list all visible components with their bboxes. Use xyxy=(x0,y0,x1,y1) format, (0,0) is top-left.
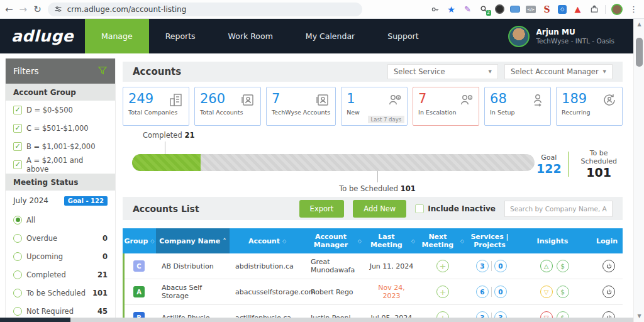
status-option-all[interactable]: All xyxy=(6,211,115,229)
menu-item-reports[interactable]: Reports xyxy=(149,19,212,53)
status-option-to-be-scheduled[interactable]: To be Scheduled 101 xyxy=(6,284,115,302)
extension-badge: 2 xyxy=(486,10,491,16)
menu-item-work-room[interactable]: Work Room xyxy=(212,19,289,53)
column-login[interactable]: Login xyxy=(591,228,623,253)
radio-icon[interactable] xyxy=(13,307,22,316)
site-settings-icon[interactable] xyxy=(54,5,62,13)
stat-total-companies[interactable]: 249 Total Companies xyxy=(123,87,189,126)
goal-badge: Goal - 122 xyxy=(64,196,108,206)
status-option-overdue[interactable]: Overdue 0 xyxy=(6,229,115,247)
stat-total-accounts[interactable]: 260 Total Accounts xyxy=(194,87,261,126)
status-option-upcoming[interactable]: Upcoming 0 xyxy=(6,247,115,265)
filter-funnel-icon[interactable] xyxy=(97,65,108,77)
menu-item-my-calendar[interactable]: My Calendar xyxy=(289,19,371,53)
column-services-projects[interactable]: Services | Projects xyxy=(465,228,514,253)
triangle-extension-icon[interactable]: ▲ xyxy=(572,4,583,14)
checkbox-checked-icon[interactable]: ✓ xyxy=(13,142,22,151)
address-bar[interactable]: crm.adluge.com/account-listing xyxy=(48,3,362,16)
radio-icon[interactable] xyxy=(13,270,22,279)
progress-fill xyxy=(132,154,201,171)
vertical-scrollbar[interactable]: ▲ ▼ xyxy=(633,19,644,322)
trend-down-icon[interactable]: ▽ xyxy=(540,286,553,298)
user-name: Arjun MU xyxy=(536,28,614,37)
filter-group-d[interactable]: ✓ D = $0-$500 xyxy=(6,101,115,119)
export-button[interactable]: Export xyxy=(299,200,345,218)
status-option-completed[interactable]: Completed 21 xyxy=(6,265,115,284)
user-org: TechWyse - INTL - Oasis xyxy=(536,37,614,45)
adluge-logo[interactable]: adluge xyxy=(0,19,85,53)
add-meeting-icon[interactable]: + xyxy=(436,260,449,272)
horizontal-scrollbar[interactable] xyxy=(0,318,633,322)
s-extension-icon[interactable]: S xyxy=(541,4,552,14)
browser-profile-avatar[interactable] xyxy=(611,4,623,15)
forward-icon[interactable]: → xyxy=(19,4,28,15)
back-icon[interactable]: ← xyxy=(5,4,13,15)
column-company-name[interactable]: Company Name˄ xyxy=(156,228,230,253)
stat-new[interactable]: 1 New Last 7 days xyxy=(341,87,408,126)
add-meeting-icon[interactable]: + xyxy=(436,286,449,298)
wheel-extension-icon[interactable] xyxy=(495,4,504,14)
extensions-puzzle-icon[interactable] xyxy=(589,4,599,14)
browser-extensions: ★ ✎ 2 </> S ◇ ▲ ⋮ xyxy=(430,4,639,15)
scroll-up-icon[interactable]: ▲ xyxy=(634,20,644,29)
column-account-manager[interactable]: Account Manager◇ xyxy=(305,228,363,253)
menu-item-support[interactable]: Support xyxy=(371,19,435,53)
column-group[interactable]: Group◇ xyxy=(123,228,156,253)
include-inactive-toggle[interactable]: ✓ Include Inactive xyxy=(415,204,496,213)
column-insights[interactable]: Insights xyxy=(514,228,591,253)
code-extension-icon[interactable]: </> xyxy=(526,6,536,13)
services-count[interactable]: 6 xyxy=(476,286,489,298)
account-cell: abacusselfstorage.com xyxy=(231,279,307,304)
scroll-down-icon[interactable]: ▼ xyxy=(634,312,644,321)
checkbox-unchecked-icon[interactable]: ✓ xyxy=(415,204,424,213)
radio-icon[interactable] xyxy=(13,252,22,261)
reload-icon[interactable]: ↻ xyxy=(33,4,42,15)
battery-extension-icon[interactable] xyxy=(510,6,520,13)
vertical-scroll-thumb[interactable] xyxy=(636,38,643,67)
stat-techwyse-accounts[interactable]: 7 TechWyse Accounts xyxy=(266,87,336,126)
radio-selected-icon[interactable] xyxy=(13,216,22,225)
account-card-icon xyxy=(315,92,330,110)
month-row: July 2024 Goal - 122 xyxy=(6,191,115,211)
search-extension-icon[interactable]: 2 xyxy=(479,4,489,14)
filter-group-b[interactable]: ✓ B = $1,001-$2,000 xyxy=(6,137,115,155)
quill-extension-icon[interactable]: ✎ xyxy=(462,4,473,14)
accounts-list-title: Accounts List xyxy=(133,204,199,214)
trend-up-icon[interactable]: △ xyxy=(540,260,553,272)
filter-group-c[interactable]: ✓ C = $501-$1,000 xyxy=(6,119,115,137)
projects-count[interactable]: 0 xyxy=(494,286,507,298)
revenue-icon[interactable]: $ xyxy=(557,260,569,272)
sort-asc-icon: ˄ xyxy=(223,237,226,245)
password-key-icon[interactable] xyxy=(430,4,440,14)
login-power-icon[interactable] xyxy=(602,260,615,272)
add-new-button[interactable]: Add New xyxy=(353,200,406,218)
to-be-scheduled-label: To be Scheduled 101 xyxy=(324,184,431,193)
checkbox-checked-icon[interactable]: ✓ xyxy=(13,106,22,114)
user-menu[interactable]: Arjun MU TechWyse - INTL - Oasis xyxy=(508,19,633,53)
stat-in-escalation[interactable]: 7 In Escalation xyxy=(413,87,479,126)
column-account[interactable]: Account◇ xyxy=(230,228,305,253)
month-label: July 2024 xyxy=(13,196,48,205)
user-avatar[interactable] xyxy=(508,26,530,47)
checkbox-checked-icon[interactable]: ✓ xyxy=(13,124,22,133)
account-manager-select[interactable]: Select Account Manager▼ xyxy=(504,64,613,79)
login-power-icon[interactable] xyxy=(602,286,615,298)
bookmark-star-icon[interactable]: ★ xyxy=(446,4,457,14)
browser-menu-icon[interactable]: ⋮ xyxy=(628,4,639,14)
column-next-meeting[interactable]: Next Meeting◇ xyxy=(416,228,465,253)
revenue-icon[interactable]: $ xyxy=(557,286,569,298)
projects-count[interactable]: 0 xyxy=(494,260,507,272)
radio-icon[interactable] xyxy=(13,234,22,243)
shield-extension-icon[interactable]: ◇ xyxy=(558,5,567,14)
horizontal-scroll-thumb[interactable] xyxy=(0,318,70,322)
stat-in-setup[interactable]: 68 In Setup xyxy=(484,87,551,126)
menu-item-manage[interactable]: Manage xyxy=(85,19,149,53)
checkbox-checked-icon[interactable]: ✓ xyxy=(13,160,22,169)
radio-icon[interactable] xyxy=(13,289,22,297)
stat-recurring[interactable]: 189 Recurring xyxy=(556,87,623,126)
column-last-meeting[interactable]: Last Meeting◇ xyxy=(363,228,416,253)
filter-group-a[interactable]: ✓ A = $2,001 and above xyxy=(6,155,115,174)
service-select[interactable]: Select Service▼ xyxy=(387,64,498,79)
services-count[interactable]: 3 xyxy=(476,260,489,272)
search-input[interactable] xyxy=(504,201,613,217)
